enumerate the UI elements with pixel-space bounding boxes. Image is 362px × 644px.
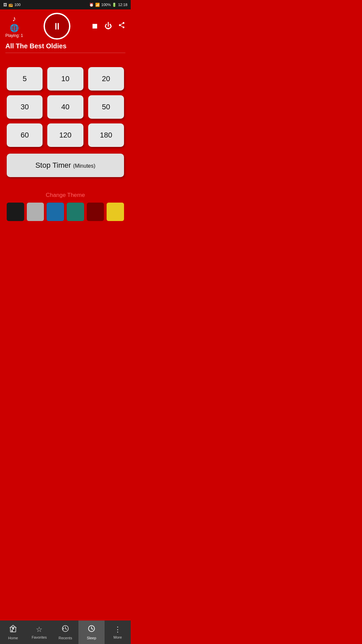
svg-rect-1 [11,630,13,632]
alarm-icon: ⏰ [89,3,94,7]
nav-favorites-label: Favorites [32,635,47,639]
theme-colors [7,203,124,221]
status-bar: 🖼 📻 100 ⏰ 📶 100% 🔋 12:18 [0,0,131,9]
header-controls: ♪ 🌐 Playing: 1 ⏸ ⏹ ⏻ [5,13,125,40]
timer-5-button[interactable]: 5 [7,67,43,91]
battery-percent: 100% [101,3,111,7]
photo-icon: 🖼 [3,3,7,7]
power-button[interactable]: ⏻ [105,22,112,31]
nav-sleep-label: Sleep [87,636,96,640]
timer-50-button[interactable]: 50 [88,95,124,119]
bottom-nav: Home ☆ Favorites Recents Sleep ⋮ More [0,621,131,644]
timer-40-button[interactable]: 40 [47,95,83,119]
station-title: All The Best Oldies [5,42,125,50]
sleep-icon [87,625,96,635]
globe-icon[interactable]: 🌐 [10,24,19,33]
radio-icon: 📻 [8,3,13,7]
theme-black[interactable] [7,203,24,221]
nav-more[interactable]: ⋮ More [105,621,131,644]
nav-favorites[interactable]: ☆ Favorites [26,621,52,644]
favorites-icon: ☆ [36,625,43,634]
timer-120-button[interactable]: 120 [47,123,83,147]
share-button[interactable] [118,21,125,31]
status-left: 🖼 📻 100 [3,3,20,7]
status-right: ⏰ 📶 100% 🔋 12:18 [89,3,127,7]
recents-icon [61,625,69,635]
signal-strength: 100 [14,3,20,7]
music-note-icon[interactable]: ♪ [12,14,16,23]
timer-30-button[interactable]: 30 [7,95,43,119]
nav-recents-label: Recents [59,636,72,640]
timer-section: 5 10 20 30 40 50 60 120 180 Stop Timer (… [0,57,131,192]
nav-more-label: More [113,635,122,639]
theme-yellow[interactable] [107,203,124,221]
timer-20-button[interactable]: 20 [88,67,124,91]
timer-180-button[interactable]: 180 [88,123,124,147]
battery-icon: 🔋 [112,3,117,7]
theme-dark-red[interactable] [87,203,104,221]
header-divider [5,53,125,53]
pause-icon: ⏸ [52,21,62,32]
theme-gray[interactable] [27,203,44,221]
app-header: ♪ 🌐 Playing: 1 ⏸ ⏹ ⏻ All The Best Oldies [0,9,131,57]
stop-button[interactable]: ⏹ [91,22,99,31]
timer-10-button[interactable]: 10 [47,67,83,91]
timer-grid: 5 10 20 30 40 50 60 120 180 [7,67,124,147]
theme-section: Change Theme [0,192,131,228]
header-left: ♪ 🌐 Playing: 1 [5,14,23,38]
clock-time: 12:18 [118,3,127,7]
playing-label: Playing: 1 [5,33,23,38]
pause-button[interactable]: ⏸ [44,13,70,40]
home-icon [9,625,17,635]
nav-home-label: Home [8,636,18,640]
wifi-icon: 📶 [95,3,100,7]
nav-recents[interactable]: Recents [52,621,78,644]
stop-timer-subtext: (Minutes) [73,163,96,169]
theme-teal[interactable] [67,203,84,221]
svg-rect-3 [12,628,14,630]
nav-sleep[interactable]: Sleep [78,621,105,644]
more-icon: ⋮ [114,625,121,634]
content-area: 5 10 20 30 40 50 60 120 180 Stop Timer (… [0,57,131,251]
stop-timer-button[interactable]: Stop Timer (Minutes) [7,154,124,177]
theme-title: Change Theme [7,192,124,199]
timer-60-button[interactable]: 60 [7,123,43,147]
header-right: ⏹ ⏻ [91,21,125,31]
theme-blue[interactable] [47,203,64,221]
stop-timer-label: Stop Timer [35,161,71,169]
nav-home[interactable]: Home [0,621,26,644]
